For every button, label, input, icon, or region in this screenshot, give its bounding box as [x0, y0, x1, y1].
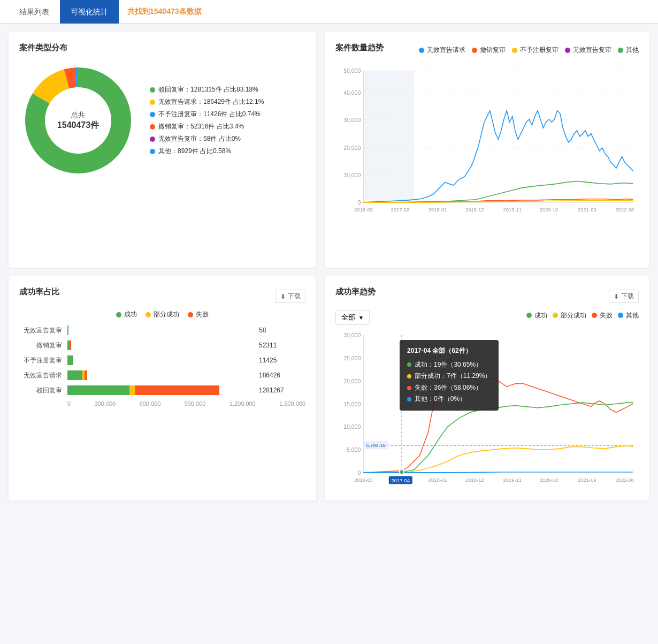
bar-label-4: 驳回复审	[19, 386, 62, 395]
svg-text:2020-10: 2020-10	[540, 477, 558, 483]
svg-text:5,794.16: 5,794.16	[366, 442, 386, 448]
count-suffix: 条数据	[179, 7, 202, 16]
header-count: 共找到1540473条数据	[127, 7, 202, 17]
bl-dot-2	[188, 312, 193, 317]
donut-title: 案件类型分布	[19, 43, 305, 53]
bl-dot-1	[146, 312, 151, 317]
bar-chart-header: 成功率占比 ⬇ 下载	[19, 287, 305, 306]
sl-dot-1	[553, 313, 558, 318]
trend-chart-area: 0 10,000 20,000 30,000 40,000 50,000	[335, 65, 639, 225]
bar-value-3: 186426	[259, 372, 280, 379]
legend-item-0: 驳回复审：1281315件 占比83.18%	[150, 85, 264, 94]
bar-seg-0-0	[67, 325, 68, 335]
tl-dot-1	[472, 48, 477, 53]
bar-x-axis: 0 300,000 600,000 900,000 1,200,000 1,50…	[67, 400, 305, 407]
bar-track-4	[67, 385, 255, 395]
svg-text:20,000: 20,000	[343, 378, 361, 384]
bar-seg-4-2	[135, 385, 219, 395]
legend-dot-5	[150, 149, 155, 154]
success-download-button[interactable]: ⬇ 下载	[609, 290, 639, 303]
trend-svg: 0 10,000 20,000 30,000 40,000 50,000	[335, 65, 639, 225]
svg-text:2016-03: 2016-03	[354, 477, 373, 483]
success-title: 成功率趋势	[335, 287, 376, 297]
bar-value-0: 58	[259, 327, 266, 334]
bar-seg-2-0	[67, 355, 73, 365]
tab-result[interactable]: 结果列表	[9, 0, 60, 24]
trend-title: 案件数量趋势	[335, 43, 384, 53]
svg-text:2018-01: 2018-01	[429, 477, 447, 483]
bar-seg-4-0	[67, 385, 129, 395]
donut-svg	[19, 62, 137, 179]
svg-text:10,000: 10,000	[343, 423, 361, 430]
bar-row-3: 无效宣告请求 186426	[19, 370, 305, 380]
legend-dot-4	[150, 137, 155, 142]
tab-visual[interactable]: 可视化统计	[60, 0, 119, 24]
count-value: 1540473	[150, 7, 179, 16]
bar-download-button[interactable]: ⬇ 下载	[276, 290, 305, 303]
trend-legend: 无效宣告请求 撤销复审 不予注册复审 无效宣告复审 其他	[419, 46, 639, 55]
svg-text:2022-08: 2022-08	[615, 477, 634, 483]
svg-text:30,000: 30,000	[343, 117, 361, 123]
success-trend-panel: 成功率趋势 ⬇ 下载 全部 ▼ 成功 部分成功 失败 其他	[325, 276, 649, 501]
bl-dot-0	[116, 312, 121, 317]
svg-text:2019-11: 2019-11	[503, 477, 522, 483]
svg-text:2021-09: 2021-09	[578, 207, 596, 213]
download-icon: ⬇	[280, 293, 286, 300]
tl-dot-4	[618, 48, 623, 53]
legend-item-5: 其他：8929件 占比0.58%	[150, 147, 264, 156]
filter-dropdown[interactable]: 全部 ▼	[335, 310, 370, 325]
sl-dot-0	[526, 313, 532, 318]
svg-text:2018-12: 2018-12	[465, 477, 484, 483]
main-content: 案件类型分布	[0, 24, 658, 509]
success-chart-header: 成功率趋势 ⬇ 下载	[335, 287, 639, 306]
donut-wrapper: 总共 1540473件	[19, 62, 137, 179]
legend-item-3: 撤销复审：52316件 占比3.4%	[150, 122, 264, 131]
dropdown-label: 全部	[341, 313, 355, 322]
success-legend: 成功 部分成功 失败 其他	[526, 311, 639, 320]
bar-seg-1-1	[70, 340, 72, 350]
svg-text:2016-03: 2016-03	[354, 207, 373, 213]
svg-point-46	[400, 470, 404, 475]
bar-track-0	[67, 325, 255, 335]
tl-dot-0	[419, 48, 424, 53]
bar-seg-3-0	[67, 370, 82, 380]
bar-label-0: 无效宣告复审	[19, 326, 62, 335]
legend-item-2: 不予注册复审：11426件 占比0.74%	[150, 110, 264, 119]
legend-dot-1	[150, 100, 155, 105]
header-tabs: 结果列表 可视化统计 共找到1540473条数据	[0, 0, 658, 24]
bar-download-label: 下载	[288, 292, 301, 301]
bar-panel: 成功率占比 ⬇ 下载 成功 部分成功 失败	[9, 276, 316, 501]
trend-panel: 案件数量趋势 无效宣告请求 撤销复审 不予注册复审 无效宣告复审 其他 0	[325, 32, 649, 268]
bar-value-1: 52311	[259, 342, 277, 349]
row-2: 成功率占比 ⬇ 下载 成功 部分成功 失败	[9, 276, 649, 501]
svg-text:40,000: 40,000	[343, 89, 361, 96]
svg-text:2018-01: 2018-01	[429, 207, 447, 213]
svg-text:2017-04: 2017-04	[392, 478, 410, 483]
chevron-down-icon: ▼	[358, 315, 364, 321]
svg-text:25,000: 25,000	[343, 355, 361, 361]
svg-text:0: 0	[357, 199, 361, 206]
success-trend-chart-area: 0 5,000 10,000 15,000 20,000 25,000 30,0…	[335, 329, 639, 490]
download-icon-2: ⬇	[614, 293, 619, 300]
svg-text:0: 0	[357, 469, 361, 476]
bar-track-1	[67, 340, 255, 350]
bar-title: 成功率占比	[19, 287, 59, 297]
bar-row-1: 撤销复审 52311	[19, 340, 305, 350]
success-download-label: 下载	[621, 292, 634, 301]
bar-track-3	[67, 370, 255, 380]
svg-text:30,000: 30,000	[343, 332, 361, 338]
svg-point-5	[45, 87, 111, 154]
bar-label-2: 不予注册复审	[19, 356, 62, 365]
success-trend-svg: 0 5,000 10,000 15,000 20,000 25,000 30,0…	[335, 329, 639, 490]
count-prefix: 共找到	[127, 7, 150, 16]
donut-and-legend: 总共 1540473件 驳回复审：1281315件 占比83.18% 无效宣告请…	[19, 62, 305, 179]
bar-row-4: 驳回复审 1281267	[19, 385, 305, 395]
bar-value-4: 1281267	[259, 387, 284, 394]
bar-row-0: 无效宣告复审 58	[19, 325, 305, 335]
svg-text:10,000: 10,000	[343, 172, 361, 178]
bar-track-2	[67, 355, 255, 365]
svg-text:15,000: 15,000	[343, 400, 361, 407]
bar-value-2: 11425	[259, 357, 277, 364]
bar-chart-area: 无效宣告复审 58 撤销复审 52311 不予	[19, 325, 305, 407]
bar-label-3: 无效宣告请求	[19, 371, 62, 380]
